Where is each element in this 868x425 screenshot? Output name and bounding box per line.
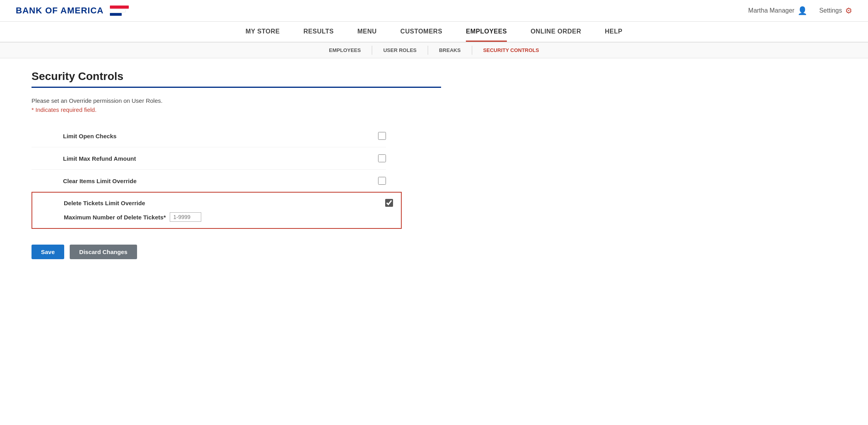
logo-text: BANK OF AMERICA — [16, 6, 104, 16]
clear-items-checkbox[interactable] — [378, 177, 386, 185]
max-delete-tickets-row: Maximum Number of Delete Tickets* — [32, 212, 393, 222]
control-row-limit-max-refund: Limit Max Refund Amount — [32, 147, 386, 170]
limit-open-checks-label: Limit Open Checks — [32, 133, 378, 139]
subnav-employees[interactable]: EMPLOYEES — [318, 46, 372, 55]
user-area: Martha Manager 👤 — [748, 6, 807, 15]
max-delete-tickets-label: Maximum Number of Delete Tickets* — [64, 214, 166, 221]
main-content: Security Controls Please set an Override… — [0, 58, 473, 275]
subnav-breaks[interactable]: BREAKS — [428, 46, 472, 55]
control-row-limit-open-checks: Limit Open Checks — [32, 125, 386, 147]
delete-tickets-row: Delete Tickets Limit Override — [32, 199, 393, 207]
limit-max-refund-label: Limit Max Refund Amount — [32, 155, 378, 162]
svg-rect-1 — [110, 9, 126, 12]
user-name: Martha Manager — [748, 7, 794, 14]
page-wrapper: Security Controls Please set an Override… — [0, 58, 868, 425]
header: BANK OF AMERICA Martha Manager 👤 Setting… — [0, 0, 868, 22]
delete-tickets-label: Delete Tickets Limit Override — [32, 200, 385, 206]
gear-icon[interactable]: ⚙ — [845, 6, 852, 15]
max-delete-tickets-input[interactable] — [170, 212, 201, 222]
control-row-clear-items: Clear Items Limit Override — [32, 170, 386, 192]
required-note: * Indicates required field. — [32, 106, 441, 113]
clear-items-label: Clear Items Limit Override — [32, 178, 378, 184]
subnav-user-roles[interactable]: USER ROLES — [372, 46, 428, 55]
sub-nav: EMPLOYEES USER ROLES BREAKS SECURITY CON… — [0, 43, 868, 58]
settings-area: Settings ⚙ — [819, 6, 852, 15]
button-area: Save Discard Changes — [32, 245, 402, 259]
content-scroll[interactable]: Security Controls Please set an Override… — [0, 58, 868, 425]
page-title: Security Controls — [32, 70, 441, 83]
logo-area: BANK OF AMERICA — [16, 5, 129, 17]
nav-help[interactable]: HELP — [605, 28, 623, 42]
nav-online-order[interactable]: ONLINE ORDER — [530, 28, 581, 42]
highlighted-section: Delete Tickets Limit Override Maximum Nu… — [32, 192, 402, 229]
limit-open-checks-checkbox[interactable] — [378, 132, 386, 140]
svg-rect-2 — [110, 13, 122, 16]
title-underline — [32, 87, 441, 88]
nav-customers[interactable]: CUSTOMERS — [401, 28, 442, 42]
primary-nav: MY STORE RESULTS MENU CUSTOMERS EMPLOYEE… — [0, 22, 868, 43]
logo-flag-icon — [110, 5, 129, 17]
save-button[interactable]: Save — [32, 245, 64, 259]
svg-rect-0 — [110, 6, 129, 9]
delete-tickets-checkbox[interactable] — [385, 199, 393, 207]
limit-max-refund-checkbox[interactable] — [378, 154, 386, 162]
subnav-security-controls[interactable]: SECURITY CONTROLS — [472, 46, 550, 55]
nav-employees[interactable]: EMPLOYEES — [466, 28, 507, 42]
header-right: Martha Manager 👤 Settings ⚙ — [748, 6, 852, 15]
instructions-text: Please set an Override permission on Use… — [32, 97, 441, 104]
nav-results[interactable]: RESULTS — [304, 28, 334, 42]
settings-label[interactable]: Settings — [819, 7, 842, 14]
user-icon[interactable]: 👤 — [798, 6, 807, 15]
nav-my-store[interactable]: MY STORE — [246, 28, 280, 42]
nav-menu[interactable]: MENU — [358, 28, 377, 42]
discard-button[interactable]: Discard Changes — [70, 245, 137, 259]
